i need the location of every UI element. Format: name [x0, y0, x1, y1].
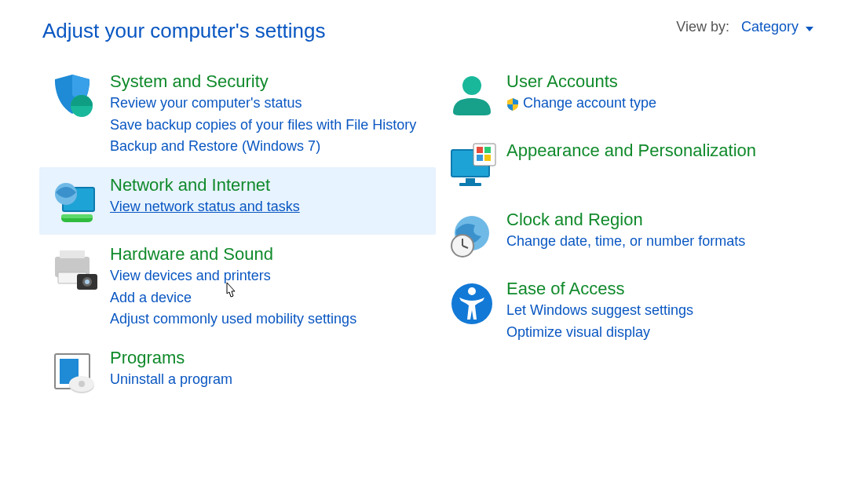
link-mobility[interactable]: Adjust commonly used mobility settings	[110, 309, 428, 329]
svg-rect-22	[459, 183, 481, 186]
category-title[interactable]: Hardware and Sound	[110, 244, 428, 265]
category-text: Appearance and Personalization	[503, 141, 824, 163]
svg-rect-8	[60, 250, 85, 258]
viewby-value: Category	[741, 19, 799, 35]
svg-point-33	[468, 287, 476, 295]
viewby-label: View by:	[676, 19, 729, 35]
uac-shield-icon	[506, 98, 519, 111]
globe-clock-icon	[440, 210, 503, 261]
link-file-history[interactable]: Save backup copies of your files with Fi…	[110, 115, 428, 135]
category-title[interactable]: Appearance and Personalization	[506, 141, 824, 161]
category-title[interactable]: User Accounts	[506, 71, 824, 92]
category-title[interactable]: System and Security	[110, 71, 428, 92]
link-devices-printers[interactable]: View devices and printers	[110, 266, 428, 286]
accessibility-icon	[440, 279, 503, 331]
category-ease-access[interactable]: Ease of Access Let Windows suggest setti…	[436, 271, 832, 352]
category-title[interactable]: Ease of Access	[506, 279, 824, 299]
category-hardware-sound[interactable]: Hardware and Sound View devices and prin…	[39, 236, 436, 338]
printer-camera-icon	[44, 244, 107, 296]
category-title[interactable]: Clock and Region	[506, 210, 824, 230]
link-add-device[interactable]: Add a device	[110, 288, 428, 308]
category-text: Ease of Access Let Windows suggest setti…	[503, 279, 824, 344]
category-text: User Accounts Change account type	[503, 71, 824, 115]
link-text: Change account type	[523, 95, 656, 111]
svg-rect-25	[484, 147, 491, 153]
chevron-down-icon	[806, 27, 813, 31]
category-text: System and Security Review your computer…	[107, 71, 428, 158]
right-column: User Accounts Change account type	[436, 64, 832, 409]
link-optimize[interactable]: Optimize visual display	[506, 323, 824, 342]
svg-rect-24	[477, 147, 483, 153]
header: Adjust your computer's settings View by:…	[0, 0, 848, 48]
monitor-tiles-icon	[440, 141, 503, 192]
category-text: Programs Uninstall a program	[107, 348, 428, 392]
svg-marker-0	[806, 27, 813, 31]
category-clock-region[interactable]: Clock and Region Change date, time, or n…	[436, 202, 832, 269]
network-icon	[44, 175, 107, 227]
category-user-accounts[interactable]: User Accounts Change account type	[436, 64, 832, 131]
svg-point-17	[79, 381, 85, 387]
programs-icon	[44, 348, 107, 400]
shield-icon	[44, 71, 107, 123]
category-title[interactable]: Programs	[110, 348, 428, 368]
svg-point-18	[462, 76, 481, 95]
svg-rect-6	[61, 214, 93, 218]
category-network-internet[interactable]: Network and Internet View network status…	[39, 167, 436, 235]
link-change-account[interactable]: Change account type	[506, 93, 824, 113]
link-uninstall[interactable]: Uninstall a program	[110, 370, 428, 389]
category-text: Hardware and Sound View devices and prin…	[107, 244, 428, 331]
svg-rect-27	[484, 155, 491, 161]
svg-rect-26	[477, 155, 483, 161]
category-title[interactable]: Network and Internet	[110, 175, 428, 195]
user-icon	[440, 71, 503, 123]
link-view-network[interactable]: View network status and tasks	[110, 197, 428, 217]
category-programs[interactable]: Programs Uninstall a program	[39, 340, 436, 407]
category-system-security[interactable]: System and Security Review your computer…	[39, 64, 436, 166]
svg-point-12	[85, 279, 90, 284]
link-backup-restore[interactable]: Backup and Restore (Windows 7)	[110, 137, 428, 156]
link-review-status[interactable]: Review your computer's status	[110, 93, 428, 113]
link-date-time[interactable]: Change date, time, or number formats	[506, 232, 824, 251]
left-column: System and Security Review your computer…	[39, 64, 436, 409]
svg-rect-21	[466, 178, 475, 183]
page-title: Adjust your computer's settings	[42, 19, 325, 43]
content: System and Security Review your computer…	[0, 48, 848, 409]
category-text: Network and Internet View network status…	[107, 175, 428, 219]
viewby-selector[interactable]: View by: Category	[676, 19, 813, 35]
link-suggest[interactable]: Let Windows suggest settings	[506, 301, 824, 320]
category-text: Clock and Region Change date, time, or n…	[503, 210, 824, 254]
category-appearance[interactable]: Appearance and Personalization	[436, 133, 832, 200]
